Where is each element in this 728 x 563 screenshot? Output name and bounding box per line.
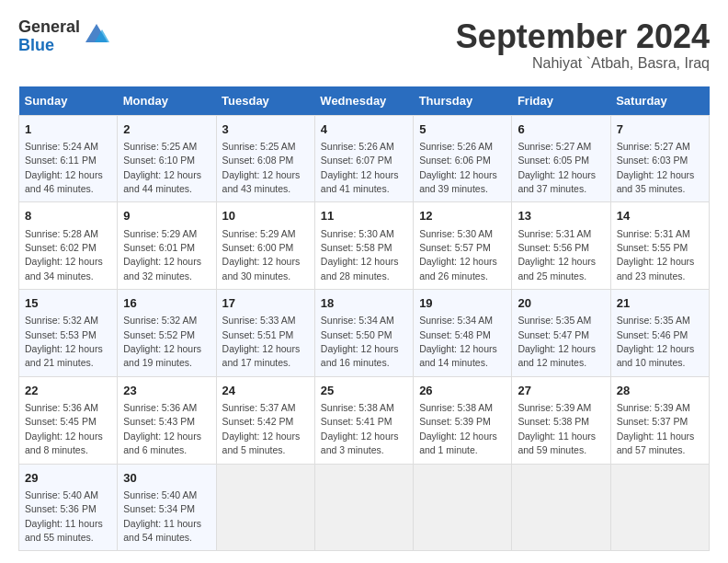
logo: General Blue: [18, 18, 109, 55]
logo-blue-text: Blue: [18, 37, 80, 55]
day-info: Sunrise: 5:33 AM Sunset: 5:51 PM Dayligh…: [222, 315, 301, 368]
day-info: Sunrise: 5:36 AM Sunset: 5:45 PM Dayligh…: [25, 402, 103, 455]
day-number: 17: [222, 295, 309, 312]
table-row: 19Sunrise: 5:34 AM Sunset: 5:48 PM Dayli…: [414, 290, 512, 377]
day-info: Sunrise: 5:24 AM Sunset: 6:11 PM Dayligh…: [25, 141, 103, 194]
day-info: Sunrise: 5:36 AM Sunset: 5:43 PM Dayligh…: [123, 402, 201, 455]
table-row: [216, 464, 314, 551]
table-row: 18Sunrise: 5:34 AM Sunset: 5:50 PM Dayli…: [314, 290, 413, 377]
table-row: [414, 464, 512, 551]
day-info: Sunrise: 5:28 AM Sunset: 6:02 PM Dayligh…: [25, 228, 103, 282]
day-info: Sunrise: 5:26 AM Sunset: 6:06 PM Dayligh…: [419, 141, 497, 194]
day-number: 14: [617, 208, 703, 224]
day-info: Sunrise: 5:30 AM Sunset: 5:57 PM Dayligh…: [419, 228, 497, 282]
day-number: 21: [617, 295, 703, 312]
day-number: 12: [419, 208, 506, 224]
calendar-header-row: Sunday Monday Tuesday Wednesday Thursday…: [19, 86, 710, 116]
day-number: 13: [518, 208, 604, 224]
day-info: Sunrise: 5:25 AM Sunset: 6:08 PM Dayligh…: [222, 141, 301, 194]
table-row: 24Sunrise: 5:37 AM Sunset: 5:42 PM Dayli…: [216, 376, 314, 464]
col-tuesday: Tuesday: [216, 86, 314, 116]
day-info: Sunrise: 5:38 AM Sunset: 5:41 PM Dayligh…: [321, 402, 399, 455]
table-row: 8Sunrise: 5:28 AM Sunset: 6:02 PM Daylig…: [19, 202, 118, 290]
day-number: 1: [25, 121, 111, 138]
table-row: 30Sunrise: 5:40 AM Sunset: 5:34 PM Dayli…: [118, 464, 216, 551]
day-info: Sunrise: 5:29 AM Sunset: 6:01 PM Dayligh…: [123, 228, 201, 282]
day-info: Sunrise: 5:40 AM Sunset: 5:34 PM Dayligh…: [123, 489, 201, 543]
location: Nahiyat `Atbah, Basra, Iraq: [456, 55, 710, 72]
table-row: 25Sunrise: 5:38 AM Sunset: 5:41 PM Dayli…: [314, 376, 413, 464]
calendar-week-row: 22Sunrise: 5:36 AM Sunset: 5:45 PM Dayli…: [19, 376, 710, 464]
table-row: 28Sunrise: 5:39 AM Sunset: 5:37 PM Dayli…: [610, 376, 709, 464]
logo-general-text: General: [18, 18, 80, 37]
day-number: 20: [518, 295, 604, 312]
table-row: 26Sunrise: 5:38 AM Sunset: 5:39 PM Dayli…: [414, 376, 512, 464]
day-info: Sunrise: 5:25 AM Sunset: 6:10 PM Dayligh…: [123, 141, 201, 194]
day-number: 11: [321, 208, 407, 224]
table-row: 3Sunrise: 5:25 AM Sunset: 6:08 PM Daylig…: [216, 115, 314, 202]
day-info: Sunrise: 5:39 AM Sunset: 5:38 PM Dayligh…: [518, 402, 596, 455]
day-info: Sunrise: 5:32 AM Sunset: 5:52 PM Dayligh…: [123, 315, 201, 368]
day-info: Sunrise: 5:29 AM Sunset: 6:00 PM Dayligh…: [222, 228, 301, 282]
day-info: Sunrise: 5:39 AM Sunset: 5:37 PM Dayligh…: [617, 402, 695, 455]
day-number: 18: [321, 295, 407, 312]
table-row: 5Sunrise: 5:26 AM Sunset: 6:06 PM Daylig…: [414, 115, 512, 202]
day-number: 5: [419, 121, 506, 138]
col-sunday: Sunday: [19, 86, 118, 116]
day-number: 9: [123, 208, 210, 224]
calendar-week-row: 1Sunrise: 5:24 AM Sunset: 6:11 PM Daylig…: [19, 115, 710, 202]
table-row: 12Sunrise: 5:30 AM Sunset: 5:57 PM Dayli…: [414, 202, 512, 290]
day-number: 6: [518, 121, 604, 138]
table-row: 23Sunrise: 5:36 AM Sunset: 5:43 PM Dayli…: [118, 376, 216, 464]
day-number: 22: [25, 383, 111, 399]
day-info: Sunrise: 5:31 AM Sunset: 5:56 PM Dayligh…: [518, 228, 596, 282]
table-row: 7Sunrise: 5:27 AM Sunset: 6:03 PM Daylig…: [610, 115, 709, 202]
day-number: 16: [123, 295, 210, 312]
table-row: 4Sunrise: 5:26 AM Sunset: 6:07 PM Daylig…: [314, 115, 413, 202]
day-number: 23: [123, 383, 210, 399]
col-monday: Monday: [118, 86, 216, 116]
day-info: Sunrise: 5:35 AM Sunset: 5:46 PM Dayligh…: [617, 315, 695, 368]
day-number: 3: [222, 121, 309, 138]
day-info: Sunrise: 5:35 AM Sunset: 5:47 PM Dayligh…: [518, 315, 596, 368]
calendar-week-row: 15Sunrise: 5:32 AM Sunset: 5:53 PM Dayli…: [19, 290, 710, 377]
col-thursday: Thursday: [414, 86, 512, 116]
day-info: Sunrise: 5:31 AM Sunset: 5:55 PM Dayligh…: [617, 228, 695, 282]
table-row: 2Sunrise: 5:25 AM Sunset: 6:10 PM Daylig…: [118, 115, 216, 202]
logo-icon: [84, 22, 109, 48]
day-number: 2: [123, 121, 210, 138]
day-number: 8: [25, 208, 111, 224]
day-number: 26: [419, 383, 506, 399]
day-info: Sunrise: 5:34 AM Sunset: 5:50 PM Dayligh…: [321, 315, 399, 368]
table-row: [314, 464, 413, 551]
table-row: 10Sunrise: 5:29 AM Sunset: 6:00 PM Dayli…: [216, 202, 314, 290]
table-row: 13Sunrise: 5:31 AM Sunset: 5:56 PM Dayli…: [512, 202, 610, 290]
day-number: 10: [222, 208, 309, 224]
calendar-week-row: 29Sunrise: 5:40 AM Sunset: 5:36 PM Dayli…: [19, 464, 710, 551]
day-number: 25: [321, 383, 407, 399]
title-section: September 2024 Nahiyat `Atbah, Basra, Ir…: [456, 18, 710, 72]
table-row: [512, 464, 610, 551]
table-row: 1Sunrise: 5:24 AM Sunset: 6:11 PM Daylig…: [19, 115, 118, 202]
day-info: Sunrise: 5:37 AM Sunset: 5:42 PM Dayligh…: [222, 402, 301, 455]
table-row: 15Sunrise: 5:32 AM Sunset: 5:53 PM Dayli…: [19, 290, 118, 377]
day-number: 4: [321, 121, 407, 138]
col-wednesday: Wednesday: [314, 86, 413, 116]
day-number: 15: [25, 295, 111, 312]
day-number: 7: [617, 121, 703, 138]
day-number: 27: [518, 383, 604, 399]
table-row: 22Sunrise: 5:36 AM Sunset: 5:45 PM Dayli…: [19, 376, 118, 464]
col-saturday: Saturday: [610, 86, 709, 116]
month-title: September 2024: [456, 18, 710, 55]
table-row: 27Sunrise: 5:39 AM Sunset: 5:38 PM Dayli…: [512, 376, 610, 464]
day-info: Sunrise: 5:34 AM Sunset: 5:48 PM Dayligh…: [419, 315, 497, 368]
calendar-week-row: 8Sunrise: 5:28 AM Sunset: 6:02 PM Daylig…: [19, 202, 710, 290]
day-number: 28: [617, 383, 703, 399]
col-friday: Friday: [512, 86, 610, 116]
table-row: 21Sunrise: 5:35 AM Sunset: 5:46 PM Dayli…: [610, 290, 709, 377]
day-number: 30: [123, 470, 210, 487]
table-row: 6Sunrise: 5:27 AM Sunset: 6:05 PM Daylig…: [512, 115, 610, 202]
day-info: Sunrise: 5:40 AM Sunset: 5:36 PM Dayligh…: [25, 489, 103, 543]
table-row: 9Sunrise: 5:29 AM Sunset: 6:01 PM Daylig…: [118, 202, 216, 290]
table-row: 11Sunrise: 5:30 AM Sunset: 5:58 PM Dayli…: [314, 202, 413, 290]
